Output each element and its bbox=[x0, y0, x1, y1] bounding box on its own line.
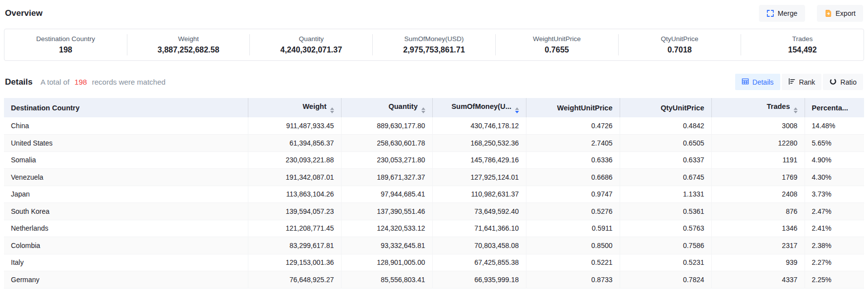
table-cell: 0.4726 bbox=[526, 117, 620, 135]
stat-label: Weight bbox=[127, 35, 250, 43]
stat-label: Destination Country bbox=[4, 35, 127, 43]
table-cell: 258,630,601.78 bbox=[341, 135, 432, 152]
merge-button-label: Merge bbox=[778, 9, 798, 17]
table-cell: 0.6686 bbox=[526, 169, 620, 186]
table-cell: 0.4842 bbox=[620, 117, 711, 135]
pie-chart-icon bbox=[829, 78, 837, 87]
table-cell: 0.6505 bbox=[620, 135, 711, 152]
table-cell: 0.8500 bbox=[526, 237, 620, 254]
table-cell: 0.9747 bbox=[526, 186, 620, 203]
table-row: Japan113,863,104.2697,944,685.41110,982,… bbox=[4, 186, 864, 203]
details-title: Details bbox=[5, 77, 33, 87]
merge-button[interactable]: Merge bbox=[759, 5, 805, 22]
table-cell: 128,901,005.00 bbox=[341, 254, 432, 271]
table-cell: 0.5361 bbox=[620, 203, 711, 220]
export-file-icon bbox=[824, 9, 832, 17]
column-label: Destination Country bbox=[11, 104, 80, 112]
column-header-trades[interactable]: Trades bbox=[711, 98, 805, 117]
table-cell: 0.5763 bbox=[620, 220, 711, 237]
view-switcher: Details Rank Ratio bbox=[735, 74, 863, 90]
records-summary: A total of 198 records were matched bbox=[41, 78, 166, 86]
table-cell: 2.47% bbox=[805, 203, 864, 220]
table-cell: 4.90% bbox=[805, 151, 864, 169]
sort-carets-icon[interactable] bbox=[794, 107, 798, 113]
table-row: Venezuela191,342,087.01189,671,327.37127… bbox=[4, 169, 864, 186]
tab-details[interactable]: Details bbox=[735, 74, 780, 90]
stat-trades: Trades 154,492 bbox=[741, 34, 864, 55]
stat-label: SumOfMoney(USD) bbox=[373, 35, 495, 43]
table-cell: 1191 bbox=[711, 151, 805, 169]
column-header-weight[interactable]: Weight bbox=[248, 98, 341, 117]
summary-suffix: records were matched bbox=[92, 78, 166, 86]
table-cell: 430,746,178.12 bbox=[432, 117, 526, 135]
table-header: Destination Country Weight Quantity SumO… bbox=[4, 98, 864, 117]
table-cell: 83,299,617.81 bbox=[248, 237, 341, 254]
table-cell: 66,935,999.18 bbox=[432, 271, 526, 289]
column-label: SumOfMoney(U... bbox=[452, 102, 512, 110]
stat-value: 0.7018 bbox=[619, 46, 741, 54]
tab-ratio[interactable]: Ratio bbox=[823, 74, 863, 90]
stat-label: Trades bbox=[741, 35, 864, 43]
table-cell: 76,648,925.27 bbox=[248, 271, 341, 289]
table-header-row: Destination Country Weight Quantity SumO… bbox=[4, 98, 864, 117]
table-cell: 189,671,327.37 bbox=[341, 169, 432, 186]
table-cell: 5.65% bbox=[805, 135, 864, 152]
table-cell: 2317 bbox=[711, 237, 805, 254]
table-cell: 0.8733 bbox=[526, 271, 620, 289]
tab-rank[interactable]: Rank bbox=[782, 74, 822, 90]
table-cell: 0.5221 bbox=[526, 254, 620, 271]
table-cell: 93,332,645.81 bbox=[341, 237, 432, 254]
merge-icon bbox=[766, 9, 774, 17]
sort-carets-icon[interactable] bbox=[515, 107, 519, 113]
table-cell: 4.30% bbox=[805, 169, 864, 186]
overview-header: Overview Merge Export bbox=[4, 5, 864, 22]
country-cell: China bbox=[4, 117, 248, 135]
table-cell: 2408 bbox=[711, 186, 805, 203]
table-cell: 0.5911 bbox=[526, 220, 620, 237]
table-cell: 2.25% bbox=[805, 271, 864, 289]
column-header-quantity[interactable]: Quantity bbox=[341, 98, 432, 117]
country-cell: Germany bbox=[4, 271, 248, 289]
stat-weight-unit-price: WeightUnitPrice 0.7655 bbox=[495, 34, 618, 55]
column-label: Trades bbox=[767, 102, 790, 110]
sort-carets-icon[interactable] bbox=[421, 107, 425, 113]
tab-details-label: Details bbox=[752, 78, 774, 86]
table-cell: 3008 bbox=[711, 117, 805, 135]
table-row: Colombia83,299,617.8193,332,645.8170,803… bbox=[4, 237, 864, 254]
stat-value: 154,492 bbox=[741, 46, 864, 54]
table-cell: 1346 bbox=[711, 220, 805, 237]
export-button-label: Export bbox=[836, 9, 856, 17]
table-cell: 71,641,366.10 bbox=[432, 220, 526, 237]
table-cell: 121,208,771.45 bbox=[248, 220, 341, 237]
table-cell: 0.6337 bbox=[620, 151, 711, 169]
table-cell: 889,630,177.80 bbox=[341, 117, 432, 135]
table-cell: 85,556,803.41 bbox=[341, 271, 432, 289]
country-cell: Japan bbox=[4, 186, 248, 203]
table-row: Germany76,648,925.2785,556,803.4166,935,… bbox=[4, 271, 864, 289]
country-cell: Venezuela bbox=[4, 169, 248, 186]
country-cell: Italy bbox=[4, 254, 248, 271]
table-cell: 230,053,271.80 bbox=[341, 151, 432, 169]
table-cell: 939 bbox=[711, 254, 805, 271]
column-header-destination-country: Destination Country bbox=[4, 98, 248, 117]
table-cell: 1769 bbox=[711, 169, 805, 186]
table-cell: 137,390,551.46 bbox=[341, 203, 432, 220]
column-header-sum-of-money[interactable]: SumOfMoney(U... bbox=[432, 98, 526, 117]
table-cell: 911,487,933.45 bbox=[248, 117, 341, 135]
sort-carets-icon[interactable] bbox=[330, 107, 334, 113]
table-row: United States61,394,856.37258,630,601.78… bbox=[4, 135, 864, 152]
topbar-actions: Merge Export bbox=[759, 5, 863, 22]
overview-stats-card: Destination Country 198 Weight 3,887,252… bbox=[4, 29, 864, 61]
table-cell: 0.7824 bbox=[620, 271, 711, 289]
stat-label: Quantity bbox=[250, 35, 372, 43]
table-cell: 3.73% bbox=[805, 186, 864, 203]
table-cell: 0.6745 bbox=[620, 169, 711, 186]
column-label: WeightUnitPrice bbox=[557, 104, 613, 112]
country-cell: United States bbox=[4, 135, 248, 152]
country-cell: Netherlands bbox=[4, 220, 248, 237]
record-count: 198 bbox=[74, 78, 87, 86]
table-cell: 168,250,532.36 bbox=[432, 135, 526, 152]
table-cell: 2.27% bbox=[805, 254, 864, 271]
table-cell: 139,594,057.23 bbox=[248, 203, 341, 220]
export-button[interactable]: Export bbox=[817, 5, 863, 22]
